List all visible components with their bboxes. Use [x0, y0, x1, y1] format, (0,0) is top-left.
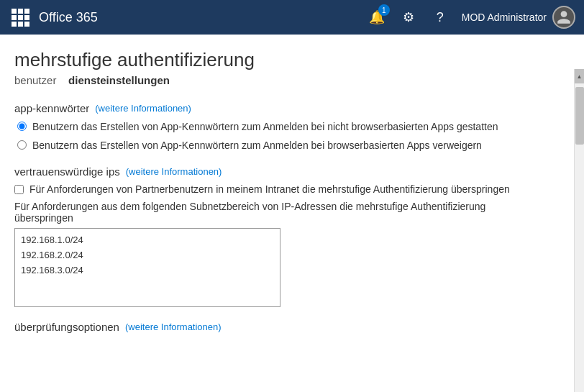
trusted-ips-checkbox-label: Für Anforderungen von Partnerbenutzern i… [29, 183, 510, 195]
scrollbar[interactable]: ▲ ▼ [574, 69, 584, 392]
waffle-icon [12, 9, 29, 27]
subnet-textarea[interactable]: 192.168.1.0/24 192.168.2.0/24 192.168.3.… [14, 228, 280, 307]
radio-item-allow: Benutzern das Erstellen von App-Kennwört… [17, 120, 542, 135]
main-content: mehrstufige authentifizierung benutzer d… [0, 35, 564, 392]
app-passwords-info-link[interactable]: (weitere Informationen) [95, 103, 191, 114]
help-button[interactable]: ? [430, 7, 450, 27]
notification-badge: 1 [378, 4, 390, 16]
page-title: mehrstufige authentifizierung [14, 49, 542, 71]
radio-allow[interactable] [17, 122, 27, 131]
trusted-ips-label: vertrauenswürdige ips [14, 165, 120, 178]
user-name: MOD Administrator [462, 12, 547, 23]
breadcrumb-active: diensteinstellungen [68, 74, 170, 86]
trusted-ips-checkbox[interactable] [14, 185, 24, 194]
verification-section-title: überprüfungsoptionen (weitere Informatio… [14, 321, 542, 333]
waffle-menu[interactable] [9, 6, 32, 29]
avatar [552, 6, 575, 29]
help-icon: ? [437, 10, 444, 25]
radio-deny-label: Benutzern das Erstellen von App-Kennwört… [32, 139, 482, 153]
subnet-description: Für Anforderungen aus dem folgenden Subn… [14, 201, 542, 224]
app-passwords-label: app-kennwörter [14, 102, 89, 114]
scroll-thumb[interactable] [575, 87, 584, 145]
verification-label: überprüfungsoptionen [14, 321, 119, 333]
user-menu[interactable]: MOD Administrator [462, 6, 575, 29]
topbar-icons: 🔔 1 ⚙ ? MOD Administrator [367, 6, 575, 29]
trusted-ips-section-title: vertrauenswürdige ips (weitere Informati… [14, 165, 542, 178]
app-passwords-radio-group: Benutzern das Erstellen von App-Kennwört… [17, 120, 542, 152]
app-passwords-section-title: app-kennwörter (weitere Informationen) [14, 102, 542, 114]
radio-allow-label: Benutzern das Erstellen von App-Kennwört… [32, 120, 498, 135]
avatar-icon [556, 9, 572, 25]
trusted-ips-checkbox-row: Für Anforderungen von Partnerbenutzern i… [14, 183, 542, 195]
settings-icon: ⚙ [403, 9, 414, 25]
notification-button[interactable]: 🔔 1 [367, 7, 387, 27]
radio-item-deny: Benutzern das Erstellen von App-Kennwört… [17, 139, 542, 153]
breadcrumb-base: benutzer [14, 74, 56, 86]
settings-button[interactable]: ⚙ [398, 7, 419, 27]
breadcrumb: benutzer diensteinstellungen [14, 74, 542, 86]
topbar: Office 365 🔔 1 ⚙ ? MOD Administrator [0, 0, 584, 35]
radio-deny[interactable] [17, 140, 27, 150]
trusted-ips-info-link[interactable]: (weitere Informationen) [126, 166, 222, 177]
verification-info-link[interactable]: (weitere Informationen) [125, 322, 222, 332]
app-title: Office 365 [39, 10, 367, 25]
scroll-up-button[interactable]: ▲ [575, 69, 585, 83]
